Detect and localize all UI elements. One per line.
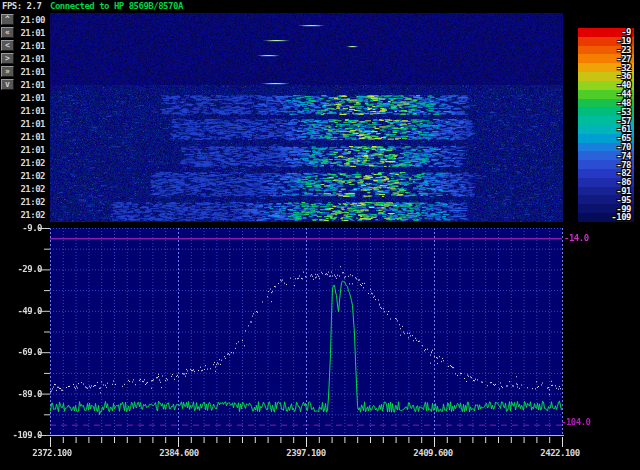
color-scale-step: -53: [578, 107, 634, 116]
connection-status-title: Connected to HP 8569B/8570A: [50, 1, 183, 11]
y-axis-tick-label: -109.0: [0, 430, 42, 440]
waterfall-timestamp: 21:01: [0, 80, 45, 90]
waterfall-timestamp: 21:02: [0, 171, 45, 181]
waterfall-timestamp: 21:01: [0, 54, 45, 64]
waterfall-timestamp: 21:01: [0, 132, 45, 142]
color-scale-step: -74: [578, 151, 634, 160]
x-axis-tick-label: 2384.600: [147, 448, 211, 458]
amplitude-color-scale: -9-19-23-27-32-36-40-44-48-53-57-61-65-7…: [578, 28, 634, 222]
waterfall-timestamp: 21:01: [0, 145, 45, 155]
x-axis-tick-label: 2422.100: [528, 448, 592, 458]
ref-level-top-label: -14.0: [564, 233, 589, 243]
waterfall-timestamp: 21:02: [0, 184, 45, 194]
waterfall-timestamp: 21:02: [0, 197, 45, 207]
waterfall-timestamp: 21:01: [0, 67, 45, 77]
color-scale-step: -109: [578, 213, 634, 222]
spectrum-analyzer-window: { "header": { "fps_label": "FPS: 2.7", "…: [0, 0, 640, 470]
waterfall-timestamp: 21:02: [0, 158, 45, 168]
y-axis-tick-label: -49.0: [0, 306, 42, 316]
waterfall-timestamp: 21:02: [0, 210, 45, 220]
waterfall-timestamp: 21:00: [0, 15, 45, 25]
waterfall-timestamp: 21:01: [0, 93, 45, 103]
waterfall-timestamp: 21:01: [0, 41, 45, 51]
ref-level-bottom-label: -104.0: [561, 417, 591, 427]
x-axis-tick-label: 2372.100: [20, 448, 84, 458]
color-scale-step: -95: [578, 195, 634, 204]
waterfall-timestamp: 21:01: [0, 28, 45, 38]
fps-readout: FPS: 2.7: [2, 1, 41, 11]
x-axis-tick-label: 2397.100: [274, 448, 338, 458]
y-axis-tick-label: -69.0: [0, 347, 42, 357]
spectrum-plot: [36, 228, 576, 448]
color-scale-step: -48: [578, 99, 634, 108]
waterfall-timestamp: 21:01: [0, 119, 45, 129]
color-scale-step: -27: [578, 54, 634, 63]
waterfall-timestamp: 21:01: [0, 106, 45, 116]
x-axis-tick-label: 2409.600: [401, 448, 465, 458]
y-axis-tick-label: -89.0: [0, 389, 42, 399]
y-axis-tick-label: -29.0: [0, 264, 42, 274]
y-axis-tick-label: -9.0: [0, 223, 42, 233]
waterfall-display: [50, 13, 563, 222]
